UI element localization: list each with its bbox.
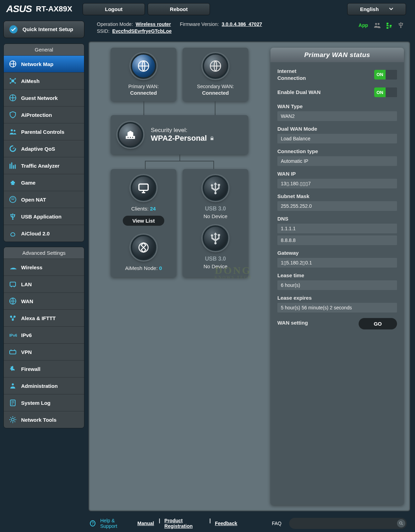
sidebar-item-adaptive-qos[interactable]: Adaptive QoS	[4, 140, 84, 157]
faq-label: FAQ	[272, 521, 282, 526]
nav-icon	[9, 314, 17, 322]
sidebar-item-parental-controls[interactable]: Parental Controls	[4, 123, 84, 140]
wan-status-title: Primary WAN status	[270, 48, 404, 62]
sidebar-item-firewall[interactable]: Firewall	[4, 360, 84, 377]
app-link[interactable]: App	[359, 22, 368, 28]
sidebar-item-open-nat[interactable]: Open NAT	[4, 191, 84, 208]
toggle-enable-dual-wan[interactable]: ON	[374, 87, 397, 97]
sidebar-item-administration[interactable]: Administration	[4, 377, 84, 394]
nav-icon	[9, 280, 17, 288]
field-label: Subnet Mask	[277, 193, 397, 199]
sidebar-item-system-log[interactable]: System Log	[4, 394, 84, 411]
feedback-link[interactable]: Feedback	[215, 521, 237, 526]
sidebar-item-ipv6[interactable]: IPv6IPv6	[4, 326, 84, 343]
sidebar-item-label: Game	[21, 180, 36, 186]
faq-search-input[interactable]	[289, 518, 407, 529]
sidebar-item-label: Parental Controls	[21, 129, 64, 135]
sidebar-item-label: Wireless	[21, 264, 43, 270]
field-value: 1▯5.180.2▯0.1	[277, 258, 397, 268]
monitor-icon	[131, 175, 156, 201]
sidebar-item-label: Open NAT	[21, 197, 46, 203]
svg-point-18	[12, 383, 14, 385]
usb2-label: USB 3.0	[187, 256, 244, 262]
sidebar-item-wan[interactable]: WAN	[4, 292, 84, 309]
sidebar-item-vpn[interactable]: VPN	[4, 343, 84, 360]
field-label: Lease time	[277, 272, 397, 278]
chevron-down-icon	[389, 8, 393, 10]
ssid-label: SSID:	[97, 28, 110, 34]
brand-logo: ASUS	[6, 3, 32, 15]
lan-status-icon[interactable]	[385, 21, 393, 29]
sidebar-item-game[interactable]: Game	[4, 174, 84, 191]
field-value: Automatic IP	[277, 156, 397, 166]
svg-point-9	[14, 130, 16, 132]
usb-icon	[203, 225, 228, 251]
fw-label: Firmware Version:	[180, 21, 219, 27]
secondary-wan-status: Connected	[187, 90, 244, 96]
svg-point-28	[399, 522, 402, 524]
manual-link[interactable]: Manual	[137, 521, 154, 526]
usb2-status: No Device	[187, 263, 244, 269]
fw-link[interactable]: 3.0.0.4.386_47027	[222, 21, 262, 27]
security-card[interactable]: Security level: WPA2-Personal	[111, 115, 248, 155]
nav-icon	[9, 60, 17, 68]
nav-icon	[9, 382, 17, 390]
field-value: 8.8.8.8	[277, 235, 397, 245]
clients-card[interactable]: Clients: 24 View List AiMesh Node: 0	[111, 169, 176, 277]
nav-icon	[9, 178, 17, 187]
search-button[interactable]	[397, 519, 405, 528]
lock-icon	[210, 136, 214, 141]
field-value: WAN2	[277, 111, 397, 121]
nav-icon	[9, 365, 17, 373]
sidebar-item-lan[interactable]: LAN	[4, 276, 84, 292]
logout-button[interactable]: Logout	[83, 3, 145, 15]
usb1-status: No Device	[187, 213, 244, 219]
sidebar-item-aicloud-2-0[interactable]: AiCloud 2.0	[4, 225, 84, 242]
globe-icon	[203, 53, 228, 79]
help-icon: ?	[90, 520, 95, 526]
sidebar-item-label: System Log	[21, 400, 50, 406]
clients-count: 24	[150, 206, 156, 212]
language-select[interactable]: English	[347, 3, 406, 15]
primary-wan-card[interactable]: Primary WAN: Connected	[111, 48, 176, 101]
sidebar-item-aimesh[interactable]: AiMesh	[4, 72, 84, 89]
svg-point-3	[10, 78, 11, 80]
aimesh-icon	[131, 235, 156, 260]
product-registration-link[interactable]: Product Registration	[164, 518, 204, 529]
op-mode-label: Operation Mode:	[97, 21, 133, 27]
field-label: Gateway	[277, 250, 397, 256]
security-label: Security level:	[151, 127, 214, 134]
svg-point-6	[15, 82, 16, 84]
advanced-heading: Advanced Settings	[4, 247, 84, 259]
secondary-wan-card[interactable]: Secondary WAN: Connected	[183, 48, 248, 101]
sidebar-item-network-tools[interactable]: Network Tools	[4, 411, 84, 428]
go-button[interactable]: GO	[359, 318, 397, 329]
toggle-internet-connection[interactable]: ON	[374, 70, 397, 80]
nav-icon	[9, 212, 17, 221]
ssid-link[interactable]: EvccfndSEvrfryeGTcbLoe	[112, 28, 172, 34]
svg-point-23	[128, 137, 129, 138]
sidebar-item-traffic-analyzer[interactable]: Traffic Analyzer	[4, 157, 84, 174]
sidebar-item-guest-network[interactable]: Guest Network	[4, 89, 84, 106]
sidebar-item-network-map[interactable]: Network Map	[4, 55, 84, 72]
nav-icon	[9, 263, 17, 271]
usb-card[interactable]: USB 3.0 No Device USB 3.0 No Device	[183, 169, 248, 277]
language-label: English	[360, 6, 379, 12]
view-list-button[interactable]: View List	[123, 216, 165, 226]
sidebar-item-label: AiMesh	[21, 78, 39, 84]
sidebar-item-label: Firewall	[21, 366, 40, 372]
usb1-label: USB 3.0	[187, 206, 244, 212]
nav-icon	[9, 128, 17, 136]
sidebar-item-alexa-ifttt[interactable]: Alexa & IFTTT	[4, 309, 84, 326]
op-mode-link[interactable]: Wireless router	[136, 21, 171, 27]
quick-internet-setup[interactable]: Quick Internet Setup	[3, 21, 84, 38]
sidebar-item-usb-application[interactable]: USB Application	[4, 208, 84, 225]
sidebar-item-wireless[interactable]: Wireless	[4, 259, 84, 276]
usb-status-icon[interactable]	[397, 21, 405, 29]
toggle-label: Enable Dual WAN	[277, 89, 326, 96]
sidebar-item-aiprotection[interactable]: AiProtection	[4, 106, 84, 123]
users-icon[interactable]	[374, 21, 381, 29]
svg-point-5	[10, 82, 11, 84]
reboot-button[interactable]: Reboot	[148, 3, 210, 15]
nav-icon	[9, 144, 17, 153]
